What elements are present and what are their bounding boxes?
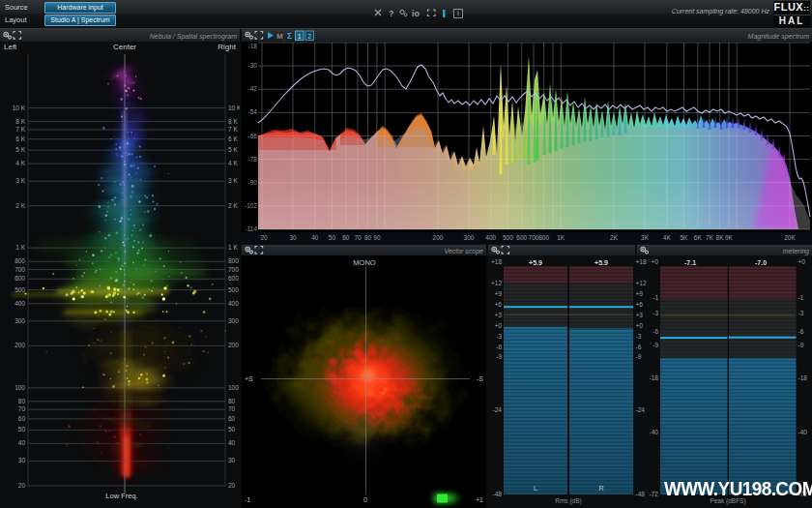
svg-text:90: 90 (373, 234, 381, 241)
svg-text:-114: -114 (245, 225, 257, 232)
svg-text:100: 100 (228, 384, 239, 391)
svg-text:+9: +9 (636, 290, 644, 297)
svg-text:5K: 5K (680, 234, 688, 241)
svg-text:80: 80 (18, 398, 26, 404)
svg-text:+S: +S (245, 375, 253, 382)
svg-text:0: 0 (363, 496, 367, 503)
svg-text:2 K: 2 K (228, 202, 238, 209)
svg-text:+0: +0 (495, 322, 503, 329)
svg-text:+0: +0 (798, 258, 806, 265)
svg-text:3 K: 3 K (228, 177, 238, 184)
svg-text:8 K: 8 K (15, 118, 25, 125)
svg-text:-1: -1 (798, 294, 804, 301)
svg-text:-40: -40 (798, 429, 808, 435)
svg-text:400: 400 (228, 300, 239, 307)
svg-text:40: 40 (311, 234, 319, 241)
svg-text:2K: 2K (610, 234, 619, 241)
svg-text:8K: 8K (716, 234, 725, 241)
svg-text:20: 20 (18, 482, 26, 489)
svg-text:500: 500 (503, 234, 513, 241)
svg-text:-S: -S (477, 375, 483, 382)
svg-text:Magnitude spectrum: Magnitude spectrum (748, 33, 810, 41)
svg-text:3K: 3K (641, 234, 650, 241)
svg-text:5 K: 5 K (228, 146, 238, 153)
svg-text:-90: -90 (248, 179, 258, 186)
svg-text:M: M (276, 32, 283, 41)
svg-text:Right: Right (218, 43, 236, 51)
svg-text:-54: -54 (248, 108, 258, 115)
svg-text:io: io (412, 9, 420, 18)
svg-text:-7.0: -7.0 (755, 259, 767, 266)
svg-text:700: 700 (529, 234, 539, 241)
svg-text:-9: -9 (652, 342, 658, 348)
svg-text:20: 20 (228, 482, 236, 489)
svg-text:30: 30 (289, 234, 297, 241)
svg-text:3 K: 3 K (15, 177, 25, 184)
svg-text:500: 500 (14, 286, 25, 293)
svg-text:300: 300 (228, 317, 239, 324)
svg-text:-3: -3 (636, 333, 642, 340)
svg-text:80: 80 (364, 234, 372, 241)
svg-text:-72: -72 (650, 491, 659, 497)
svg-text:L: L (534, 485, 537, 492)
svg-text:10 K: 10 K (228, 105, 240, 111)
svg-text:-18: -18 (248, 43, 258, 49)
svg-text:400: 400 (14, 300, 25, 307)
svg-text:-40: -40 (650, 429, 659, 435)
svg-text:600: 600 (228, 275, 239, 282)
svg-text:1 K: 1 K (15, 244, 25, 251)
svg-text:800: 800 (14, 257, 25, 264)
svg-text:4 K: 4 K (15, 160, 25, 166)
svg-text:700: 700 (14, 266, 25, 273)
svg-text:70: 70 (228, 405, 236, 412)
svg-text:-3: -3 (496, 333, 502, 340)
svg-text:-9: -9 (636, 353, 642, 360)
svg-text:Vector scope: Vector scope (444, 248, 483, 255)
svg-text:-6: -6 (652, 328, 658, 335)
svg-text:50: 50 (18, 426, 26, 433)
svg-text:Center: Center (113, 43, 136, 51)
svg-text:200: 200 (433, 234, 444, 241)
svg-text:50: 50 (228, 426, 236, 433)
svg-text:Low Freq.: Low Freq. (105, 492, 137, 500)
svg-text:1 K: 1 K (228, 244, 238, 251)
svg-text:+3: +3 (636, 312, 644, 318)
svg-text:1K: 1K (557, 234, 566, 241)
svg-text:10 K: 10 K (13, 105, 26, 111)
svg-text:+5.9: +5.9 (594, 259, 608, 266)
svg-text:-6: -6 (798, 328, 804, 335)
svg-text:300: 300 (14, 317, 25, 324)
svg-text:?: ? (389, 9, 394, 18)
svg-text:70: 70 (354, 234, 362, 241)
svg-text:-9: -9 (496, 353, 502, 360)
svg-text:,: , (283, 35, 284, 41)
svg-text:80: 80 (228, 398, 236, 404)
svg-text:9K: 9K (725, 234, 734, 241)
svg-text:MONO: MONO (353, 258, 375, 267)
svg-text:-3: -3 (798, 310, 804, 316)
svg-text:-48: -48 (493, 491, 503, 497)
svg-text:5 K: 5 K (15, 146, 25, 153)
svg-text:400: 400 (485, 234, 496, 241)
svg-text:30: 30 (228, 457, 236, 463)
svg-text:60: 60 (228, 415, 236, 422)
svg-text:40: 40 (18, 439, 26, 446)
svg-text:-6: -6 (636, 344, 642, 350)
svg-text:-78: -78 (248, 156, 258, 163)
svg-text:-66: -66 (248, 133, 258, 139)
svg-text:+5.9: +5.9 (529, 259, 542, 266)
svg-text:+12: +12 (491, 280, 502, 286)
svg-text:-48: -48 (636, 491, 646, 497)
svg-text:50: 50 (329, 234, 336, 241)
svg-text:-7.1: -7.1 (684, 259, 696, 266)
svg-text:1: 1 (298, 33, 302, 40)
svg-text:100: 100 (14, 384, 25, 391)
svg-text:+3: +3 (495, 312, 503, 318)
svg-text:500: 500 (228, 286, 239, 293)
svg-text:20: 20 (260, 234, 268, 241)
svg-text:+12: +12 (636, 280, 647, 286)
svg-text:6 K: 6 K (228, 135, 238, 142)
svg-text:+0: +0 (652, 258, 659, 265)
svg-text:+1: +1 (476, 496, 483, 503)
svg-text:+9: +9 (495, 290, 503, 297)
